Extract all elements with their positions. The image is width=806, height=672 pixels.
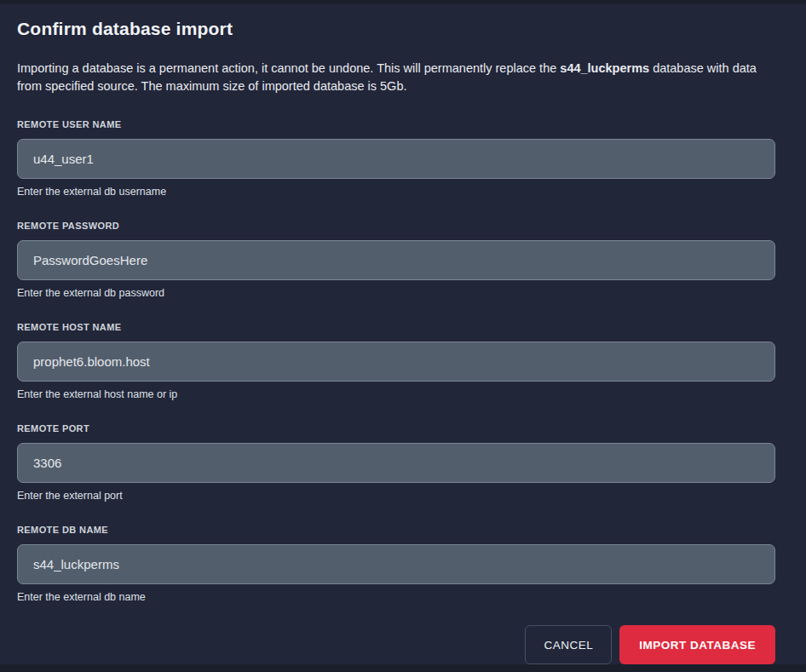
- field-remote-user-name: REMOTE USER NAME Enter the external db u…: [17, 119, 775, 198]
- field-remote-host-name: REMOTE HOST NAME Enter the external host…: [17, 322, 775, 400]
- field-remote-db-name: REMOTE DB NAME Enter the external db nam…: [17, 525, 775, 603]
- dialog-title: Confirm database import: [17, 19, 775, 39]
- field-remote-port: REMOTE PORT Enter the external port: [17, 423, 775, 502]
- remote-host-name-helper: Enter the external host name or ip: [17, 388, 775, 400]
- description-text-before: Importing a database is a permanent acti…: [17, 61, 560, 75]
- remote-user-name-helper: Enter the external db username: [17, 186, 775, 198]
- remote-port-input[interactable]: [17, 443, 775, 483]
- backdrop-edge-top: [0, 0, 806, 4]
- remote-host-name-label: REMOTE HOST NAME: [17, 322, 775, 332]
- remote-host-name-input[interactable]: [17, 342, 775, 382]
- remote-db-name-label: REMOTE DB NAME: [17, 525, 775, 535]
- remote-port-helper: Enter the external port: [17, 490, 775, 502]
- dialog-actions: CANCEL IMPORT DATABASE: [17, 625, 775, 664]
- remote-port-label: REMOTE PORT: [17, 423, 775, 434]
- remote-user-name-input[interactable]: [17, 139, 775, 179]
- remote-db-name-helper: Enter the external db name: [17, 591, 775, 603]
- remote-password-input[interactable]: [17, 240, 775, 280]
- description-database-name: s44_luckperms: [560, 61, 649, 75]
- remote-db-name-input[interactable]: [17, 544, 775, 584]
- backdrop-edge-bottom: [0, 664, 806, 672]
- dialog-description: Importing a database is a permanent acti…: [17, 60, 775, 95]
- import-database-button[interactable]: IMPORT DATABASE: [619, 625, 775, 664]
- remote-password-helper: Enter the external db password: [17, 287, 775, 299]
- remote-user-name-label: REMOTE USER NAME: [17, 119, 775, 129]
- cancel-button[interactable]: CANCEL: [525, 625, 612, 664]
- remote-password-label: REMOTE PASSWORD: [17, 221, 775, 231]
- field-remote-password: REMOTE PASSWORD Enter the external db pa…: [17, 221, 775, 299]
- confirm-database-import-dialog: Confirm database import Importing a data…: [0, 0, 806, 664]
